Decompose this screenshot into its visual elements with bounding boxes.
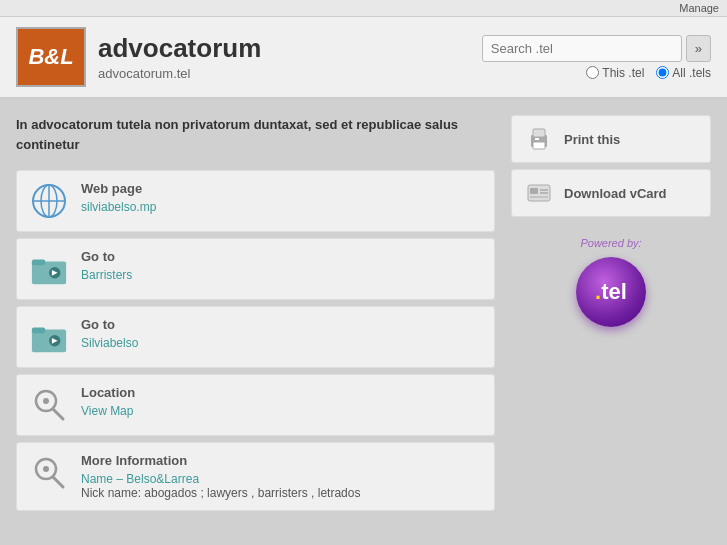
powered-by-section: Powered by: . tel — [511, 237, 711, 327]
card-location-link[interactable]: View Map — [81, 404, 133, 418]
card-goto-silviabelso: Go to Silviabelso — [16, 306, 495, 368]
folder-silviabelso-icon — [29, 317, 69, 357]
card-web-page-link[interactable]: silviabelso.mp — [81, 200, 156, 214]
card-web-page-title: Web page — [81, 181, 482, 196]
svg-line-13 — [53, 409, 63, 419]
right-column: Print this Download vCard Powered by: . … — [511, 115, 711, 517]
print-card[interactable]: Print this — [511, 115, 711, 163]
logo-box: B&L — [16, 27, 86, 87]
vcard-label: Download vCard — [564, 186, 667, 201]
tagline: In advocatorum tutela non privatorum dun… — [16, 115, 495, 154]
card-location: Location View Map — [16, 374, 495, 436]
radio-this-input[interactable] — [586, 66, 599, 79]
search-button[interactable]: » — [686, 35, 711, 62]
search-area: » This .tel All .tels — [482, 35, 711, 80]
card-goto-silviabelso-content: Go to Silviabelso — [81, 317, 482, 350]
vcard-icon — [524, 178, 554, 208]
search-row: » — [482, 35, 711, 62]
tel-logo[interactable]: . tel — [576, 257, 646, 327]
card-goto-barristers: Go to Barristers — [16, 238, 495, 300]
radio-all-tels[interactable]: All .tels — [656, 66, 711, 80]
svg-rect-19 — [533, 129, 545, 137]
header: B&L advocatorum advocatorum.tel » This .… — [0, 17, 727, 99]
card-goto-barristers-link[interactable]: Barristers — [81, 268, 132, 282]
svg-rect-5 — [32, 260, 45, 266]
card-more-info-content: More Information Name – Belso&Larrea Nic… — [81, 453, 482, 500]
radio-all-input[interactable] — [656, 66, 669, 79]
card-location-content: Location View Map — [81, 385, 482, 418]
logo-area: B&L advocatorum advocatorum.tel — [16, 27, 261, 87]
svg-point-14 — [43, 398, 49, 404]
powered-by-text: Powered by: — [511, 237, 711, 249]
card-more-info-link[interactable]: Name – Belso&Larrea — [81, 472, 199, 486]
logo-text: B&L — [28, 44, 73, 70]
location-icon — [29, 385, 69, 425]
globe-icon — [29, 181, 69, 221]
site-info: advocatorum advocatorum.tel — [98, 33, 261, 81]
svg-rect-9 — [32, 328, 45, 334]
radio-this-tel[interactable]: This .tel — [586, 66, 644, 80]
card-more-info-text: Nick name: abogados ; lawyers , barriste… — [81, 486, 482, 500]
more-info-icon — [29, 453, 69, 493]
svg-line-16 — [53, 477, 63, 487]
print-label: Print this — [564, 132, 620, 147]
svg-point-17 — [43, 466, 49, 472]
print-icon — [524, 124, 554, 154]
svg-rect-21 — [535, 138, 539, 140]
radio-row: This .tel All .tels — [586, 66, 711, 80]
search-input[interactable] — [482, 35, 682, 62]
left-column: In advocatorum tutela non privatorum dun… — [16, 115, 511, 517]
card-web-page-content: Web page silviabelso.mp — [81, 181, 482, 214]
card-more-info: More Information Name – Belso&Larrea Nic… — [16, 442, 495, 511]
card-goto-barristers-title: Go to — [81, 249, 482, 264]
card-web-page: Web page silviabelso.mp — [16, 170, 495, 232]
vcard-card[interactable]: Download vCard — [511, 169, 711, 217]
site-title: advocatorum — [98, 33, 261, 64]
top-bar: Manage — [0, 0, 727, 17]
card-goto-silviabelso-title: Go to — [81, 317, 482, 332]
card-goto-silviabelso-link[interactable]: Silviabelso — [81, 336, 138, 350]
folder-barristers-icon — [29, 249, 69, 289]
svg-rect-23 — [530, 188, 538, 194]
card-location-title: Location — [81, 385, 482, 400]
card-goto-barristers-content: Go to Barristers — [81, 249, 482, 282]
card-more-info-title: More Information — [81, 453, 482, 468]
svg-rect-20 — [533, 142, 545, 149]
site-subtitle: advocatorum.tel — [98, 66, 261, 81]
tel-logo-text: tel — [601, 279, 627, 305]
main-content: In advocatorum tutela non privatorum dun… — [0, 99, 727, 533]
manage-link[interactable]: Manage — [679, 2, 719, 14]
